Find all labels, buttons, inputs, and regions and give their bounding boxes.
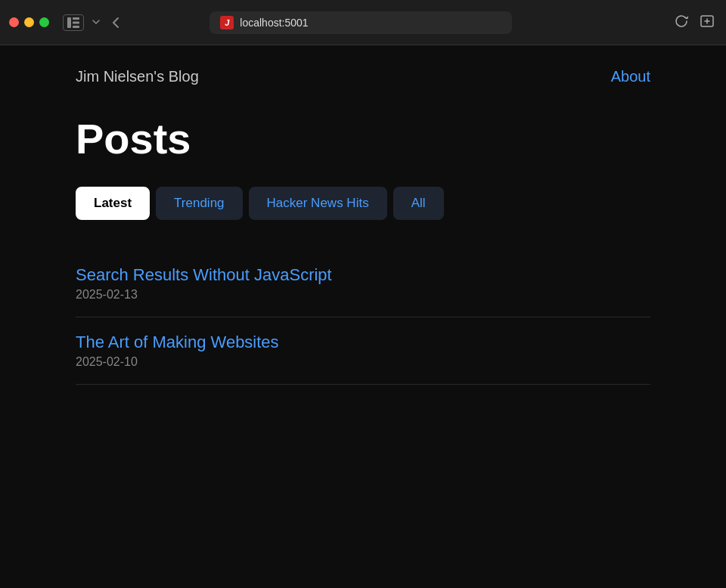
post-date-1: 2025-02-10: [76, 355, 138, 368]
page-title: Posts: [76, 116, 650, 162]
maximize-button[interactable]: [39, 17, 49, 27]
page-content: Jim Nielsen's Blog About Posts Latest Tr…: [0, 45, 726, 588]
svg-rect-3: [73, 26, 79, 28]
dropdown-button[interactable]: [88, 18, 104, 26]
filter-tabs: Latest Trending Hacker News Hits All: [76, 187, 650, 220]
tab-trending[interactable]: Trending: [156, 187, 242, 220]
site-nav: Jim Nielsen's Blog About: [0, 45, 726, 108]
minimize-button[interactable]: [24, 17, 34, 27]
tab-hacker-news-hits[interactable]: Hacker News Hits: [249, 187, 387, 220]
share-button[interactable]: [697, 12, 717, 33]
svg-rect-1: [73, 17, 79, 20]
post-link-0[interactable]: Search Results Without JavaScript: [76, 265, 650, 285]
site-title-link[interactable]: Jim Nielsen's Blog: [76, 68, 199, 85]
address-bar[interactable]: J localhost:5001: [209, 11, 512, 34]
list-item: Search Results Without JavaScript 2025-0…: [76, 250, 650, 317]
list-item: The Art of Making Websites 2025-02-10: [76, 317, 650, 385]
tab-all[interactable]: All: [393, 187, 444, 220]
browser-right-controls: [672, 11, 717, 34]
main-content: Posts Latest Trending Hacker News Hits A…: [0, 108, 726, 415]
reload-button[interactable]: [672, 11, 691, 34]
url-display: localhost:5001: [240, 17, 501, 29]
sidebar-toggle-button[interactable]: [63, 14, 84, 31]
traffic-lights: [9, 17, 49, 27]
tab-latest[interactable]: Latest: [76, 187, 150, 220]
svg-rect-0: [67, 17, 71, 28]
svg-rect-2: [73, 21, 79, 23]
about-link[interactable]: About: [611, 68, 650, 85]
post-list: Search Results Without JavaScript 2025-0…: [76, 250, 650, 385]
post-link-1[interactable]: The Art of Making Websites: [76, 333, 650, 352]
post-date-0: 2025-02-13: [76, 288, 138, 301]
browser-controls: [63, 14, 123, 31]
favicon-icon: J: [220, 16, 234, 29]
close-button[interactable]: [9, 17, 19, 27]
browser-chrome: J localhost:5001: [0, 0, 726, 45]
back-button[interactable]: [108, 15, 123, 30]
